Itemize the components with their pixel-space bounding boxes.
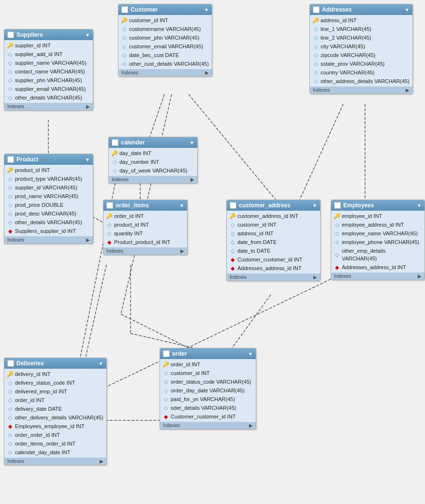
field-date_from: ◇date_from DATE — [227, 238, 320, 246]
red-diamond-icon: ◆ — [230, 257, 235, 262]
field-other_delivery_details: ◇other_delivery_details VARCHAR(45) — [4, 413, 106, 422]
field-product_type: ◇product_type VARCHAR(45) — [4, 174, 93, 183]
field-paid_for_yn: ◇paid_for_yn VARCHAR(45) — [160, 395, 256, 403]
diamond-icon: ◇ — [7, 193, 13, 199]
table-suppliers-footer[interactable]: Indexes ▶ — [4, 103, 93, 110]
key-icon: 🔑 — [7, 371, 13, 377]
dropdown-arrow-customer-address[interactable]: ▼ — [312, 203, 317, 208]
table-icon-order-items — [106, 202, 113, 209]
table-order-footer[interactable]: Indexes ▶ — [160, 422, 256, 429]
table-product-footer[interactable]: Indexes ▶ — [4, 236, 93, 244]
key-icon: 🔑 — [106, 213, 112, 219]
diamond-icon: ◇ — [7, 77, 13, 83]
footer-arrow: ▶ — [86, 237, 90, 243]
field-order_id_o: 🔑order_id INT — [160, 360, 256, 369]
diamond-icon: ◇ — [121, 52, 127, 58]
table-customer-body: 🔑customer_id INT ◇customername VARCHAR(4… — [118, 15, 212, 69]
table-customer-footer[interactable]: Indexes ▶ — [118, 69, 212, 76]
dropdown-arrow-addresses[interactable]: ▼ — [405, 7, 410, 13]
field-supplier_id: 🔑supplier_id INT — [4, 41, 93, 50]
field-city: ◇city VARCHAR(45) — [310, 42, 412, 51]
field-employee_id: 🔑employee_id INT — [331, 212, 425, 220]
diamond-icon: ◇ — [313, 70, 319, 75]
diamond-icon: ◇ — [230, 239, 235, 245]
table-employees-footer[interactable]: Indexes ▶ — [331, 273, 425, 280]
dropdown-arrow-order-items[interactable]: ▼ — [179, 203, 184, 208]
diamond-icon: ◇ — [7, 185, 13, 190]
table-suppliers-header: Suppliers ▼ — [4, 29, 93, 40]
table-suppliers[interactable]: Suppliers ▼ 🔑supplier_id INT ◇supplier_a… — [4, 29, 93, 111]
diamond-icon: ◇ — [7, 415, 13, 420]
table-product[interactable]: Product ▼ 🔑product_id INT ◇product_type … — [4, 154, 93, 244]
table-icon-order — [163, 350, 170, 357]
diamond-icon: ◇ — [121, 61, 127, 67]
dropdown-arrow-calender[interactable]: ▼ — [190, 140, 194, 145]
footer-arrow: ▶ — [205, 70, 209, 75]
field-supplier_email: ◇supplier_email VARCHAR(45) — [4, 85, 93, 93]
footer-arrow: ▶ — [191, 177, 194, 182]
table-employees[interactable]: Employees ▼ 🔑employee_id INT ◇employee_a… — [331, 200, 425, 280]
table-order-items[interactable]: order_items ▼ 🔑order_id INT ◇product_id … — [103, 200, 188, 255]
table-addresses-header: Addresses ▼ — [310, 4, 412, 15]
dropdown-arrow-employees[interactable]: ▼ — [417, 203, 422, 208]
table-order-body: 🔑order_id INT ◇customer_id INT ◇order_st… — [160, 359, 256, 422]
svg-line-0 — [150, 94, 164, 137]
table-customer[interactable]: Customer ▼ 🔑customer_id INT ◇customernam… — [118, 4, 212, 77]
table-deliveries-body: 🔑delivery_id INT ◇delivery_status_code I… — [4, 369, 106, 458]
field-other_details_prod: ◇other_details VARCHAR(45) — [4, 218, 93, 227]
red-diamond-icon: ◆ — [7, 423, 13, 429]
table-deliveries-header: Deliveries ▼ — [4, 358, 106, 369]
footer-arrow: ▶ — [86, 104, 90, 109]
dropdown-arrow-customer[interactable]: ▼ — [204, 7, 209, 13]
diamond-icon: ◇ — [313, 52, 319, 58]
field-order_day_date: ◇order_day_date VARCHAR(45) — [160, 386, 256, 395]
dropdown-arrow-suppliers[interactable]: ▼ — [85, 32, 90, 38]
table-calender[interactable]: calender ▼ 🔑day_date INT ◇day_number INT… — [108, 137, 198, 184]
diamond-icon: ◇ — [7, 219, 13, 225]
diamond-icon: ◇ — [334, 230, 340, 236]
field-date_to: ◇date_to DATE — [227, 246, 320, 255]
svg-line-9 — [232, 295, 271, 348]
table-order-items-footer[interactable]: Indexes ▶ — [103, 247, 187, 255]
red-diamond-icon: ◆ — [106, 239, 112, 245]
diamond-icon: ◇ — [230, 222, 235, 228]
diamond-icon: ◇ — [163, 396, 169, 402]
diamond-icon: ◇ — [106, 230, 112, 236]
field-customername: ◇customername VARCHAR(45) — [118, 25, 212, 33]
table-deliveries-footer[interactable]: Indexes ▶ — [4, 458, 106, 465]
table-addresses-footer[interactable]: Indexes ▶ — [310, 86, 412, 94]
table-customer-header: Customer ▼ — [118, 4, 212, 15]
table-calender-footer[interactable]: Indexes ▶ — [109, 176, 197, 183]
key-icon: 🔑 — [313, 17, 319, 23]
diamond-icon: ◇ — [7, 95, 13, 101]
table-customer-address[interactable]: customer_address ▼ 🔑customer_address_id … — [226, 200, 321, 281]
table-order-items-header: order_items ▼ — [103, 200, 187, 211]
footer-arrow: ▶ — [406, 87, 410, 93]
field-prod_price: ◇prod_price DOUBLE — [4, 201, 93, 209]
table-deliveries[interactable]: Deliveries ▼ 🔑delivery_id INT ◇delivery_… — [4, 358, 107, 465]
dropdown-arrow-order[interactable]: ▼ — [248, 351, 253, 357]
diamond-icon: ◇ — [163, 370, 169, 376]
footer-arrow: ▶ — [180, 248, 184, 254]
field-customer_id: 🔑customer_id INT — [118, 16, 212, 25]
table-addresses[interactable]: Addresses ▼ 🔑address_id INT ◇line_1 VARC… — [309, 4, 413, 94]
table-customer-address-footer[interactable]: Indexes ▶ — [227, 274, 320, 281]
table-icon-calender — [112, 139, 118, 146]
diamond-icon: ◇ — [230, 230, 235, 236]
field-prod_name: ◇prod_name VARCHAR(45) — [4, 192, 93, 201]
dropdown-arrow-deliveries[interactable]: ▼ — [99, 361, 103, 366]
field-order_id_oi: 🔑order_id INT — [103, 212, 187, 220]
table-icon-suppliers — [7, 31, 14, 38]
diamond-icon: ◇ — [334, 239, 340, 245]
dropdown-arrow-product[interactable]: ▼ — [85, 157, 90, 162]
table-customer-address-header: customer_address ▼ — [227, 200, 320, 211]
diamond-icon: ◇ — [313, 35, 319, 41]
field-address_id: 🔑address_id INT — [310, 16, 412, 25]
field-other_details: ◇other_details VARCHAR(45) — [4, 93, 93, 102]
field-order_status_code: ◇order_status_code VARCHAR(45) — [160, 377, 256, 386]
field-delivery_id: 🔑delivery_id INT — [4, 370, 106, 378]
field-addresses_address_id_ca: ◆Addresses_address_id INT — [227, 264, 320, 273]
field-order_items_order_id: ◇order_items_order_id INT — [4, 439, 106, 448]
table-order[interactable]: order ▼ 🔑order_id INT ◇customer_id INT ◇… — [160, 348, 256, 430]
field-delivered_emp_id: ◇delivered_emp_id INT — [4, 387, 106, 396]
